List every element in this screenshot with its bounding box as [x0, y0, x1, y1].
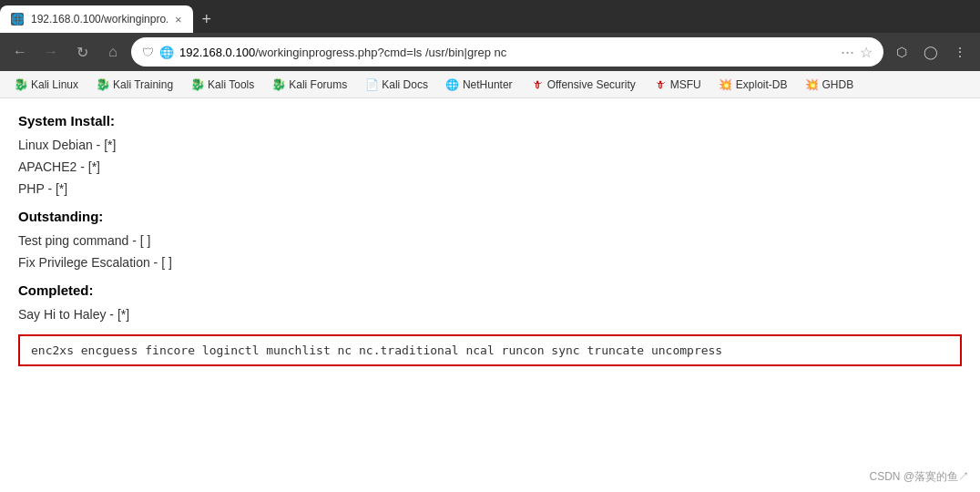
browser-chrome: 🌐 192.168.0.100/workinginpro... × + ← → …	[0, 0, 980, 98]
address-bookmark-button[interactable]: ☆	[860, 44, 873, 61]
bookmark-offensive-security[interactable]: 🗡 Offensive Security	[524, 77, 643, 93]
profile-button[interactable]: ◯	[918, 39, 944, 65]
tab-bar: 🌐 192.168.0.100/workinginpro... × +	[0, 0, 980, 33]
navigation-bar: ← → ↻ ⌂ 🛡 🌐 192.168.0.100/workinginprogr…	[0, 33, 980, 71]
nav-action-buttons: ⬡ ◯ ⋮	[889, 39, 973, 65]
kali-docs-icon: 📄	[365, 78, 378, 91]
list-item-privilege: Fix Privilege Escalation - [ ]	[18, 255, 962, 270]
extensions-button[interactable]: ⬡	[889, 39, 914, 65]
tab-favicon: 🌐	[11, 13, 24, 26]
bookmark-kali-tools-label: Kali Tools	[208, 78, 254, 91]
list-item-ping: Test ping command - [ ]	[18, 233, 962, 248]
bookmark-exploit-db-label: Exploit-DB	[736, 78, 788, 91]
list-item-haley: Say Hi to Haley - [*]	[18, 307, 962, 322]
kali-training-icon: 🐉	[97, 78, 109, 91]
kali-forums-icon: 🐉	[272, 78, 285, 91]
bookmark-nethunter[interactable]: 🌐 NetHunter	[439, 77, 520, 93]
home-button[interactable]: ⌂	[100, 39, 126, 65]
bookmark-kali-forums-label: Kali Forums	[289, 78, 347, 91]
tab-close-button[interactable]: ×	[175, 13, 182, 26]
kali-linux-icon: 🐉	[15, 78, 27, 91]
address-more-button[interactable]: ···	[841, 43, 854, 62]
list-item-php: PHP - [*]	[18, 181, 962, 196]
command-output: enc2xs encguess fincore loginctl munchli…	[18, 334, 962, 366]
msfu-icon: 🗡	[654, 78, 667, 91]
nethunter-icon: 🌐	[446, 78, 459, 91]
address-path: /workinginprogress.php?cmd=ls /usr/bin|g…	[255, 46, 506, 59]
bookmark-kali-linux[interactable]: 🐉 Kali Linux	[7, 77, 86, 93]
forward-button[interactable]: →	[38, 39, 64, 65]
bookmark-exploit-db[interactable]: 💥 Exploit-DB	[712, 77, 795, 93]
address-text: 192.168.0.100/workinginprogress.php?cmd=…	[179, 46, 835, 59]
bookmarks-bar: 🐉 Kali Linux 🐉 Kali Training 🐉 Kali Tool…	[0, 71, 980, 98]
favicon-icon: 🌐	[159, 46, 174, 59]
address-domain: 192.168.0.100	[179, 46, 255, 59]
page-content: System Install: Linux Debian - [*] APACH…	[0, 98, 980, 492]
bookmark-kali-linux-label: Kali Linux	[31, 78, 78, 91]
kali-tools-icon: 🐉	[191, 78, 204, 91]
bookmark-kali-forums[interactable]: 🐉 Kali Forums	[265, 77, 354, 93]
new-tab-button[interactable]: +	[193, 5, 221, 33]
list-item-linux: Linux Debian - [*]	[18, 138, 962, 152]
bookmark-nethunter-label: NetHunter	[463, 78, 513, 91]
bookmark-kali-tools[interactable]: 🐉 Kali Tools	[184, 77, 261, 93]
list-item-apache: APACHE2 - [*]	[18, 159, 962, 174]
ghdb-icon: 💥	[805, 78, 818, 91]
bookmark-msfu[interactable]: 🗡 MSFU	[647, 77, 709, 93]
bookmark-kali-training-label: Kali Training	[113, 78, 173, 91]
bookmark-ghdb[interactable]: 💥 GHDB	[798, 77, 861, 93]
bookmark-ghdb-label: GHDB	[822, 78, 853, 91]
bookmark-offensive-security-label: Offensive Security	[547, 78, 636, 91]
bookmark-msfu-label: MSFU	[670, 78, 701, 91]
tab-title: 192.168.0.100/workinginpro...	[31, 13, 168, 26]
back-button[interactable]: ←	[7, 39, 33, 65]
active-tab[interactable]: 🌐 192.168.0.100/workinginpro... ×	[0, 5, 193, 33]
refresh-button[interactable]: ↻	[69, 39, 95, 65]
exploit-db-icon: 💥	[720, 78, 732, 91]
bookmark-kali-docs[interactable]: 📄 Kali Docs	[358, 77, 435, 93]
security-icon: 🛡	[142, 46, 154, 59]
menu-button[interactable]: ⋮	[947, 39, 973, 65]
address-bar[interactable]: 🛡 🌐 192.168.0.100/workinginprogress.php?…	[131, 37, 883, 67]
outstanding-heading: Outstanding:	[18, 209, 962, 224]
bookmark-kali-training[interactable]: 🐉 Kali Training	[89, 77, 180, 93]
offensive-security-icon: 🗡	[531, 78, 544, 91]
watermark: CSDN @落寞的鱼↗	[869, 469, 969, 485]
bookmark-kali-docs-label: Kali Docs	[382, 78, 428, 91]
completed-heading: Completed:	[18, 282, 962, 298]
system-install-heading: System Install:	[18, 113, 962, 128]
